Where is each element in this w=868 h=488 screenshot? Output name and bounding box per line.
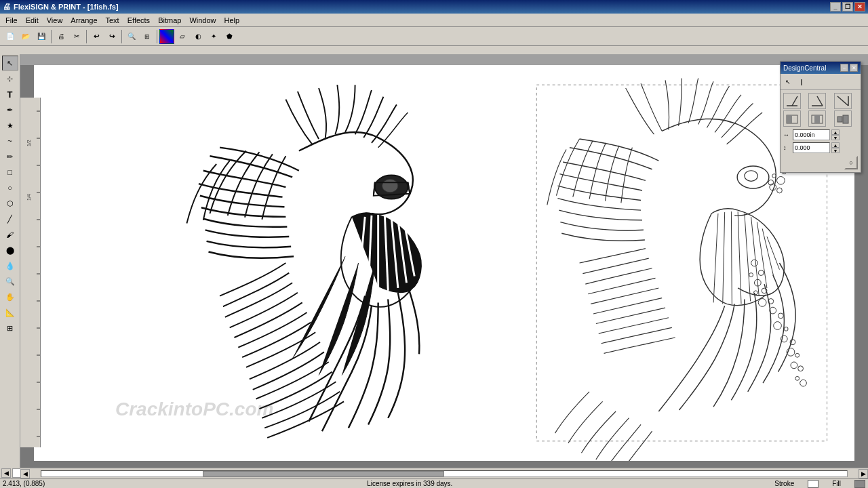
window-restore-button[interactable]: ❐: [842, 2, 853, 12]
design-central-titlebar: DesignCentral − ✕: [781, 62, 861, 74]
menu-arrange[interactable]: Arrange: [66, 15, 101, 26]
palette-prev-button[interactable]: ◀: [1, 468, 11, 478]
tool-pen[interactable]: ✒: [2, 102, 18, 117]
dc-icon-topmid[interactable]: [808, 93, 826, 109]
title-bar-left: 🖨 FlexiSIGN & PRINT - [1fish.fs]: [3, 2, 119, 12]
menu-bitmap[interactable]: Bitmap: [154, 15, 185, 26]
tool-measure[interactable]: 📐: [2, 305, 18, 320]
canvas-white[interactable]: CrackintoPC.com: [34, 65, 854, 461]
tool-freehand[interactable]: ✏: [2, 149, 18, 164]
toolbar-sep4: [157, 30, 157, 43]
undo-button[interactable]: ↩: [89, 29, 104, 44]
toolbar-sep2: [86, 30, 87, 43]
open-button[interactable]: 📂: [18, 29, 33, 44]
tool-node[interactable]: ⊹: [2, 71, 18, 86]
svg-point-44: [382, 179, 398, 192]
menu-help[interactable]: Help: [220, 15, 244, 26]
tool-text[interactable]: T: [2, 87, 18, 102]
dc-width-down-button[interactable]: ▼: [831, 135, 840, 140]
dc-height-row: ↕ ▲ ▼: [783, 142, 858, 153]
dc-height-input[interactable]: [793, 142, 830, 153]
design-central-minimize-button[interactable]: −: [840, 64, 848, 72]
scroll-right-button[interactable]: ▶: [859, 469, 868, 479]
tool-select[interactable]: ↖: [2, 56, 18, 70]
window-close-button[interactable]: ✕: [854, 2, 865, 12]
dc-pointer-tool[interactable]: ↖: [782, 76, 794, 88]
tool-circle[interactable]: ○: [2, 180, 18, 195]
svg-point-84: [790, 340, 795, 345]
dc-text-tool[interactable]: |: [795, 76, 808, 88]
zoom-fit-button[interactable]: ⊞: [140, 29, 155, 44]
window-minimize-button[interactable]: _: [830, 2, 841, 12]
scroll-thumb[interactable]: [203, 471, 444, 476]
svg-rect-116: [787, 115, 792, 123]
fill-swatch: [854, 480, 865, 488]
menu-effects[interactable]: Effects: [123, 15, 154, 26]
new-button[interactable]: 📄: [3, 29, 18, 44]
tool-rectangle[interactable]: □: [2, 165, 18, 180]
scroll-track[interactable]: [41, 470, 848, 477]
dc-height-icon: ↕: [783, 144, 791, 151]
dc-icon-midright[interactable]: [834, 110, 852, 127]
svg-point-55: [745, 171, 757, 182]
title-bar-controls: _ ❐ ✕: [830, 2, 865, 12]
stroke-button[interactable]: ▱: [175, 29, 190, 44]
design-central-apply-area: ○: [783, 156, 858, 169]
svg-point-81: [774, 322, 782, 330]
design-central-panel: DesignCentral − ✕ ↖ |: [780, 61, 861, 173]
vertical-ruler: 1/2 1/4: [20, 98, 41, 447]
svg-point-76: [753, 291, 757, 295]
tool-pan[interactable]: ✋: [2, 289, 18, 304]
zoom-button[interactable]: 🔍: [124, 29, 139, 44]
stroke-swatch: [808, 480, 818, 488]
dc-width-input[interactable]: [793, 129, 830, 140]
toolbox: ↖ ⊹ T ✒ ★ ~ ✏ □ ○ ⬡ ╱ 🖌 ⬤ 💧 🔍 ✋ 📐 ⊞: [0, 54, 20, 468]
weld-button[interactable]: ⬟: [222, 29, 237, 44]
dc-height-down-button[interactable]: ▼: [831, 148, 840, 153]
horizontal-scrollbar: ◀ ▶: [20, 468, 868, 479]
print-button[interactable]: 🖨: [54, 29, 68, 44]
dc-icon-topright[interactable]: [834, 93, 852, 109]
menu-edit[interactable]: Edit: [22, 15, 43, 26]
svg-point-54: [737, 166, 769, 188]
menu-window[interactable]: Window: [185, 15, 220, 26]
tool-crop[interactable]: ⊞: [2, 321, 18, 336]
canvas-area[interactable]: -2 3/4 -2 1/2 -2 1/4 -2 -1 3/4 -1 1/2 -1…: [20, 54, 868, 468]
tool-polygon[interactable]: ⬡: [2, 196, 18, 211]
tool-bezier[interactable]: ~: [2, 134, 18, 148]
left-fish: [186, 85, 421, 438]
tool-paint[interactable]: 🖌: [2, 227, 18, 242]
watermark-text: CrackintoPC.com: [115, 399, 273, 420]
menu-text[interactable]: Text: [102, 15, 123, 26]
scroll-left-button[interactable]: ◀: [20, 469, 30, 479]
gradient-button[interactable]: ◐: [191, 29, 205, 44]
tool-fill[interactable]: ⬤: [2, 243, 18, 258]
svg-point-73: [749, 273, 753, 277]
save-button[interactable]: 💾: [34, 29, 49, 44]
menu-view[interactable]: View: [43, 15, 67, 26]
design-central-icons: [783, 93, 858, 127]
tool-eyedropper[interactable]: 💧: [2, 258, 18, 273]
design-central-buttons: − ✕: [840, 64, 858, 72]
dc-height-up-button[interactable]: ▲: [831, 142, 840, 148]
design-central-content: ↔ ▲ ▼ ↕ ▲ ▼ ○: [781, 90, 861, 172]
redo-button[interactable]: ↪: [104, 29, 119, 44]
cut-button[interactable]: ✂: [69, 29, 84, 44]
tool-line[interactable]: ╱: [2, 211, 18, 226]
effects-button[interactable]: ✦: [206, 29, 221, 44]
menu-file[interactable]: File: [1, 15, 22, 26]
dc-apply-button[interactable]: ○: [844, 156, 858, 169]
dc-width-up-button[interactable]: ▲: [831, 129, 840, 135]
svg-line-70: [767, 237, 779, 270]
dc-width-row: ↔ ▲ ▼: [783, 129, 858, 140]
dc-icon-topleft[interactable]: [783, 93, 801, 109]
tool-zoom[interactable]: 🔍: [2, 274, 18, 289]
tool-shape[interactable]: ★: [2, 118, 18, 133]
svg-line-62: [713, 214, 718, 302]
dc-icon-midmid[interactable]: [808, 110, 826, 127]
dc-icon-midleft[interactable]: [783, 110, 801, 127]
svg-line-65: [738, 211, 741, 304]
color-fill-button[interactable]: [159, 29, 174, 44]
svg-line-68: [757, 222, 767, 288]
design-central-close-button[interactable]: ✕: [850, 64, 858, 72]
